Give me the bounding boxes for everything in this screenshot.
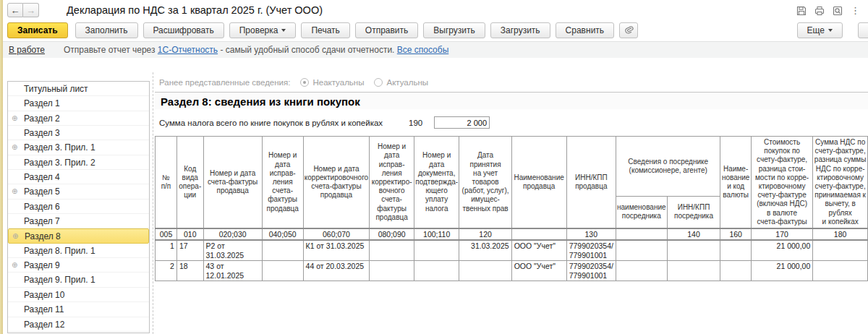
sidebar-item-раздел-6[interactable]: Раздел 6	[8, 200, 149, 214]
sidebar-item-раздел-7[interactable]: Раздел 7	[8, 214, 149, 228]
sidebar-item-раздел-3-прил-2[interactable]: Раздел 3. Прил. 2	[8, 155, 149, 170]
sidebar-item-титульный-лист[interactable]: Титульный лист	[8, 82, 149, 96]
tax-sum-row: Сумма налога всего по книге покупок в ру…	[159, 117, 868, 130]
forward-button[interactable]: →	[23, 3, 39, 17]
section-header-band: Раздел 8: сведения из книги покупок	[155, 92, 868, 109]
header-cell: Сумма НДС по счету-фактуре, разница сумм…	[813, 137, 868, 229]
toolbar-button-0[interactable]: Записать	[7, 22, 68, 38]
data-cell[interactable]	[720, 261, 751, 281]
toolbar-right: Еще ?	[797, 22, 868, 38]
expand-icon[interactable]: ⊕	[12, 258, 17, 273]
all-methods-link[interactable]: Все способы	[397, 45, 449, 55]
toolbar-button-4[interactable]: Печать	[301, 22, 349, 38]
sidebar-item-раздел-4[interactable]: Раздел 4	[8, 170, 149, 184]
more-button[interactable]: Еще	[797, 22, 843, 38]
data-cell[interactable]	[813, 240, 868, 261]
back-button[interactable]: ←	[7, 3, 23, 17]
sidebar-item-раздел-8[interactable]: ⊕Раздел 8	[8, 228, 149, 243]
header-cell: Наименование продавца	[511, 137, 566, 229]
print-icon[interactable]	[814, 5, 825, 16]
data-cell[interactable]	[459, 261, 511, 281]
toolbar-button-label: Заполнить	[85, 25, 128, 35]
data-cell[interactable]	[262, 261, 303, 281]
toolbar: ЗаписатьЗаполнитьРасшифроватьПроверкаПеч…	[3, 20, 868, 41]
data-cell[interactable]	[414, 240, 459, 261]
status-text: Отправьте отчет через	[64, 45, 158, 55]
toolbar-button-3[interactable]: Проверка	[229, 22, 297, 38]
toolbar-button-6[interactable]: Выгрузить	[423, 22, 485, 38]
toolbar-button-1[interactable]: Заполнить	[75, 22, 138, 38]
sidebar-item-раздел-3[interactable]: Раздел 3	[8, 126, 149, 140]
kebab-menu-icon[interactable]: ⋮	[850, 5, 861, 16]
sidebar-item-раздел-2[interactable]: ⊕Раздел 2	[8, 111, 149, 126]
sidebar-item-раздел-10[interactable]: Раздел 10	[8, 288, 149, 302]
expand-icon[interactable]: ⊕	[12, 229, 18, 244]
data-cell[interactable]: 7799020354/ 779901001	[566, 240, 616, 261]
code-cell: 160	[720, 228, 751, 240]
data-cell[interactable]	[616, 261, 667, 281]
status-state-link[interactable]: В работе	[9, 45, 45, 55]
paperclip-icon	[624, 25, 634, 36]
sidebar-item-раздел-11[interactable]: Раздел 11	[8, 302, 149, 317]
code-cell: 005	[156, 228, 177, 240]
data-cell[interactable]: 21 000,00	[751, 240, 812, 261]
help-button[interactable]: ?	[858, 22, 868, 38]
data-cell[interactable]: 7799020354/ 779901001	[566, 261, 616, 281]
data-cell[interactable]	[667, 240, 720, 261]
data-cell[interactable]: ООО "Учет"	[511, 261, 566, 281]
header-cell: ИНН/КПП продавца	[566, 137, 616, 229]
save-icon[interactable]	[796, 5, 807, 16]
sidebar-item-раздел-3-прил-1[interactable]: ⊕Раздел 3. Прил. 1	[8, 140, 149, 155]
data-cell[interactable]: Р2 от 31.03.2025	[203, 240, 262, 261]
expand-icon[interactable]: ⊕	[12, 111, 17, 126]
chevron-down-icon	[281, 29, 286, 32]
sidebar-item-раздел-5[interactable]: ⊕Раздел 5	[8, 184, 149, 199]
header-cell: Стоимость покупок по счету-фактуре, разн…	[751, 137, 812, 229]
data-cell[interactable]: К1 от 31.03.2025	[303, 240, 370, 261]
sidebar-item-label: Раздел 9	[24, 260, 60, 270]
sidebar-item-label: Раздел 3. Прил. 1	[24, 142, 95, 153]
expand-icon[interactable]: ⊕	[12, 140, 17, 155]
toolbar-button-5[interactable]: Отправить	[355, 22, 419, 38]
attachments-button[interactable]	[619, 22, 638, 38]
toolbar-button-label: Печать	[311, 25, 339, 35]
toolbar-button-7[interactable]: Загрузить	[490, 22, 550, 38]
header-cell: Номер и дата корректировочного счета-фак…	[303, 137, 370, 229]
table-row: 21843 от 12.01.202544 от 20.03.2025ООО "…	[156, 261, 868, 281]
data-cell[interactable]	[667, 261, 720, 281]
preview-icon[interactable]	[832, 5, 843, 16]
sidebar-item-label: Раздел 12	[24, 320, 64, 330]
sidebar-item-раздел-9-прил-1[interactable]: Раздел 9. Прил. 1	[8, 273, 149, 287]
sidebar-item-раздел-9[interactable]: ⊕Раздел 9	[8, 258, 149, 273]
data-cell[interactable]: ООО "Учет"	[511, 240, 566, 261]
tax-sum-input[interactable]	[434, 116, 490, 129]
data-cell[interactable]: 18	[176, 261, 203, 281]
data-cell[interactable]	[616, 240, 667, 261]
data-cell[interactable]: 1	[156, 240, 177, 261]
data-cell[interactable]: 43 от 12.01.2025	[203, 261, 262, 281]
data-cell[interactable]: 44 от 20.03.2025	[303, 261, 370, 281]
data-cell[interactable]	[262, 240, 303, 261]
sidebar-item-label: Раздел 5	[24, 187, 60, 197]
data-cell[interactable]	[414, 261, 459, 281]
toolbar-button-2[interactable]: Расшифровать	[143, 22, 224, 38]
sidebar-item-раздел-12[interactable]: Раздел 12	[8, 317, 149, 332]
data-cell[interactable]: 31.03.2025	[459, 240, 511, 261]
toolbar-button-8[interactable]: Сравнить	[556, 22, 614, 38]
sidebar-item-раздел-1[interactable]: Раздел 1	[8, 96, 149, 111]
data-cell[interactable]: 2	[156, 261, 177, 281]
sidebar-item-раздел-8-прил-1[interactable]: Раздел 8. Прил. 1	[8, 244, 149, 258]
data-cell[interactable]	[813, 261, 868, 281]
1c-reporting-link[interactable]: 1С-Отчетность	[158, 45, 218, 55]
tax-sum-code: 190	[409, 119, 422, 127]
code-cell: 140	[667, 228, 720, 240]
expand-icon[interactable]: ⊕	[12, 184, 17, 199]
data-cell[interactable]: 21 000,00	[751, 261, 812, 281]
data-cell[interactable]	[720, 240, 751, 261]
data-cell[interactable]	[370, 240, 414, 261]
data-cell[interactable]	[370, 261, 414, 281]
code-cell	[616, 228, 667, 240]
toolbar-button-label: Отправить	[365, 25, 409, 35]
data-cell[interactable]: 17	[176, 240, 203, 261]
header-cell: № п/п	[156, 137, 177, 229]
